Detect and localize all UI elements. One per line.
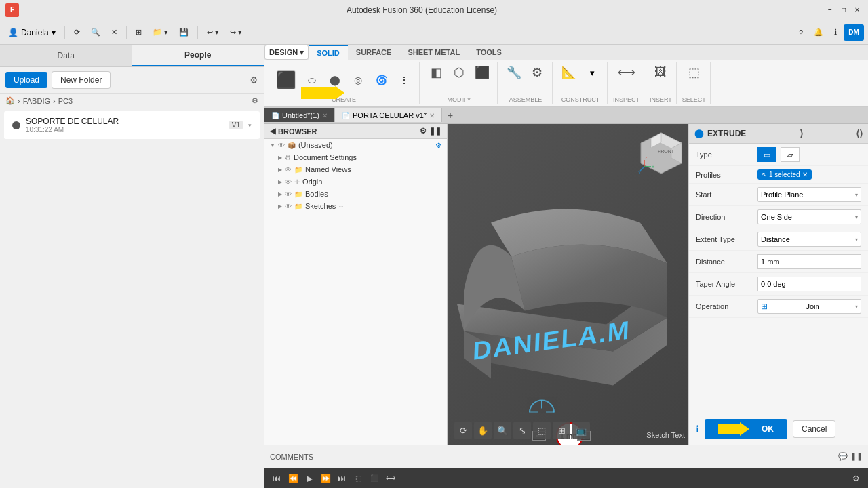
upload-button[interactable]: Upload (5, 72, 47, 88)
construct-btn1[interactable]: 📐 (558, 64, 580, 81)
close-button[interactable]: ✕ (852, 5, 863, 16)
display-button[interactable]: 📺 (572, 422, 590, 439)
save-button[interactable]: 💾 (175, 24, 193, 41)
browser-root-item[interactable]: ▼ 👁 📦 (Unsaved) ⚙ (264, 139, 447, 151)
notification-button[interactable]: 🔔 (810, 24, 827, 41)
assemble-btn1[interactable]: 🔧 (503, 64, 525, 81)
start-dropdown[interactable]: Profile Plane ▾ (757, 187, 861, 202)
extrude-expand-icon[interactable]: ⟩ (800, 128, 803, 139)
torus-button[interactable]: ◎ (347, 73, 369, 87)
refresh-button[interactable]: ⟳ (70, 24, 84, 41)
apps-button[interactable]: ⊞ (132, 24, 146, 41)
maximize-button[interactable]: □ (838, 5, 849, 16)
step-forward-button[interactable]: ⏩ (319, 472, 332, 485)
browser-collapse-icon[interactable]: ◀ (270, 127, 275, 136)
play-button[interactable]: ▶ (302, 472, 316, 485)
breadcrumb-item2[interactable]: PC3 (58, 97, 73, 105)
home-icon[interactable]: 🏠 (5, 96, 15, 105)
search-button[interactable]: 🔍 (87, 24, 104, 41)
orbit-button[interactable]: ⟳ (454, 422, 472, 439)
timeline-settings-button[interactable]: ⚙ (849, 472, 863, 485)
skip-end-button[interactable]: ⏭ (335, 472, 349, 485)
timeline-btn2[interactable]: ⬛ (368, 472, 381, 485)
breadcrumb-item1[interactable]: FABDIG (23, 97, 50, 105)
eye-icon3[interactable]: 👁 (285, 166, 292, 174)
comments-collapse-icon[interactable]: ❚❚ (850, 452, 863, 461)
eye-icon[interactable]: 👁 (278, 142, 285, 149)
undo-button[interactable]: ↩ ▾ (203, 24, 223, 41)
cylinder-icon: ⬭ (308, 75, 316, 86)
user-avatar[interactable]: DM (844, 24, 864, 41)
tab-data[interactable]: Data (0, 45, 132, 66)
doc-tab-1-close[interactable]: ✕ (322, 112, 328, 119)
eye-icon2[interactable]: ⚙ (285, 154, 291, 161)
browser-options-icon[interactable]: ⚙ (420, 127, 427, 136)
cancel-button[interactable]: Cancel (793, 420, 835, 438)
tab-surface[interactable]: SURFACE (348, 45, 400, 60)
nav-cube[interactable]: FRONT Z Y X (637, 129, 685, 177)
tab-sheet-metal[interactable]: SHEET METAL (399, 45, 468, 60)
eye-icon4[interactable]: 👁 (285, 178, 292, 186)
redo-button[interactable]: ↪ ▾ (226, 24, 246, 41)
user-menu[interactable]: 👤 Daniela ▾ (4, 28, 60, 37)
viewport[interactable]: ◀ BROWSER ⚙ ❚❚ ▼ 👁 📦 (Unsaved) ⚙ ▶ (264, 124, 868, 445)
skip-start-button[interactable]: ⏮ (270, 472, 283, 485)
extent-type-dropdown[interactable]: Distance ▾ (757, 232, 861, 247)
tab-solid[interactable]: SOLID (309, 45, 348, 60)
minimize-button[interactable]: − (825, 5, 835, 16)
fit-view-button[interactable]: ⤡ (513, 422, 531, 439)
file-item[interactable]: SOPORTE DE CELULAR 10:31:22 AM V1 ▾ (4, 111, 260, 139)
tab-tools[interactable]: TOOLS (468, 45, 510, 60)
zoom-button[interactable]: 🔍 (494, 422, 511, 439)
browser-close-icon[interactable]: ❚❚ (429, 127, 441, 136)
doc-tab-2[interactable]: 📄 PORTA CELULAR v1* ✕ (335, 108, 442, 122)
info-button[interactable]: ℹ (830, 24, 841, 41)
open-button[interactable]: 📁 ▾ (149, 24, 172, 41)
timeline-btn1[interactable]: ⬚ (351, 472, 365, 485)
doc-tab-1[interactable]: 📄 Untitled*(1) ✕ (264, 108, 335, 122)
assemble-btn2[interactable]: ⚙ (526, 64, 548, 81)
sphere-button[interactable]: ⬤ (324, 73, 346, 87)
coil-button[interactable]: 🌀 (370, 73, 392, 87)
taper-field[interactable]: 0.0 deg (757, 277, 861, 291)
design-dropdown[interactable]: DESIGN ▾ (264, 45, 309, 60)
settings-circle-icon[interactable]: ⚙ (435, 142, 441, 149)
modify-btn3[interactable]: ⬛ (471, 64, 493, 81)
cylinder-button[interactable]: ⬭ (301, 73, 323, 87)
modify-btn1[interactable]: ◧ (425, 64, 447, 81)
info-icon[interactable]: ℹ (696, 424, 699, 434)
doc-tab-2-close[interactable]: ✕ (429, 112, 435, 119)
new-tab-button[interactable]: + (442, 107, 458, 123)
breadcrumb-settings-icon[interactable]: ⚙ (252, 96, 258, 105)
clear-selection-icon[interactable]: ✕ (802, 171, 808, 178)
close-left-button[interactable]: ✕ (107, 24, 121, 41)
insert-btn[interactable]: 🖼 (650, 64, 671, 81)
extrude-collapse-icon[interactable]: ⟨⟩ (856, 128, 863, 139)
profiles-selected-badge[interactable]: ↖ 1 selected ✕ (757, 169, 812, 180)
view-options-button[interactable]: ⬚ (533, 422, 551, 439)
inspect-btn[interactable]: ⟷ (615, 64, 638, 81)
operation-dropdown[interactable]: ⊞ Join ▾ (757, 299, 861, 314)
ok-button[interactable]: OK (705, 419, 787, 439)
eye-icon6[interactable]: 👁 (285, 203, 292, 210)
version-dropdown-icon[interactable]: ▾ (248, 122, 252, 129)
tab-people[interactable]: People (132, 45, 264, 66)
direction-dropdown[interactable]: One Side ▾ (757, 209, 861, 224)
type-thin-btn[interactable]: ▱ (781, 147, 800, 162)
help-button[interactable]: ? (795, 24, 807, 41)
comments-icon[interactable]: 💬 (838, 452, 848, 461)
grid-button[interactable]: ⊞ (553, 422, 570, 439)
modify-btn2[interactable]: ⬡ (448, 64, 470, 81)
construct-dropdown[interactable]: ▾ (581, 66, 603, 79)
type-solid-btn[interactable]: ▭ (757, 147, 776, 162)
more-create-button[interactable]: ⋮ (393, 73, 415, 87)
timeline-btn3[interactable]: ⟷ (384, 472, 397, 485)
pan-button[interactable]: ✋ (474, 422, 492, 439)
new-folder-button[interactable]: New Folder (52, 71, 111, 89)
distance-field[interactable]: 1 mm (757, 254, 861, 269)
box-tool-button[interactable]: ⬛ (273, 64, 300, 96)
select-btn[interactable]: ⬚ (683, 64, 705, 81)
eye-icon5[interactable]: 👁 (285, 190, 292, 198)
settings-icon[interactable]: ⚙ (250, 75, 258, 85)
step-back-button[interactable]: ⏪ (286, 472, 300, 485)
